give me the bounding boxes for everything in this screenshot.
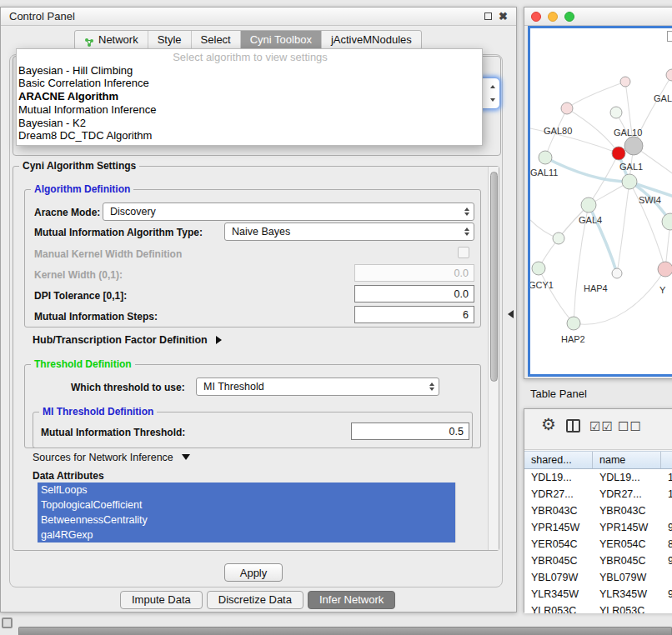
- dropdown-item-basic-correlation-inference[interactable]: Basic Correlation Inference: [17, 77, 482, 90]
- network-node-hap4[interactable]: [612, 268, 622, 278]
- show-columns-icon[interactable]: [566, 419, 580, 432]
- apply-button[interactable]: Apply: [224, 563, 283, 582]
- control-panel-titlebar[interactable]: Control Panel ✖: [1, 8, 516, 26]
- tab-label: Select: [201, 31, 231, 49]
- attribute-item-betweennesscentrality[interactable]: BetweennessCentrality: [38, 512, 455, 528]
- desktop: Control Panel ✖ NetworkStyleSelectCyni T…: [0, 0, 672, 635]
- network-node-gal[interactable]: [666, 69, 672, 81]
- dropdown-item-bayesian-k2[interactable]: Bayesian - K2: [17, 117, 482, 130]
- attributes-scrollbar[interactable]: [455, 482, 464, 542]
- dropdown-item-dream8-dc-tdc-algorithm[interactable]: Dream8 DC_TDC Algorithm: [17, 129, 482, 142]
- column-header-shared[interactable]: shared...: [524, 452, 593, 468]
- table-panel-window: ⚙ ☑☑ ☐☐ shared...name YDL19...YDL19...13…: [524, 408, 672, 612]
- minimize-traffic-icon[interactable]: [548, 12, 558, 22]
- mi-steps-field[interactable]: 6: [354, 306, 474, 323]
- mi-steps-label: Mutual Information Steps:: [34, 311, 158, 322]
- table-row[interactable]: YDR27...YDR27...12: [524, 486, 672, 502]
- table-cell: YER054C: [524, 536, 593, 552]
- panel-collapse-arrow[interactable]: [508, 310, 514, 318]
- minimized-window-icon[interactable]: [2, 618, 13, 628]
- deselect-all-icon[interactable]: ☐☐: [618, 420, 642, 432]
- network-node[interactable]: [610, 107, 622, 118]
- hub-definition-toggle[interactable]: Hub/Transcription Factor Definition: [33, 334, 222, 346]
- table-row[interactable]: YBR045CYBR045C9.: [524, 552, 672, 569]
- attribute-item-gal4rgexp[interactable]: gal4RGexp: [38, 528, 455, 542]
- dropdown-placeholder: Select algorithm to view settings: [17, 51, 482, 64]
- attribute-item-topologicalcoefficient[interactable]: TopologicalCoefficient: [38, 498, 455, 512]
- dropdown-item-mutual-information-inference[interactable]: Mutual Information Inference: [17, 103, 482, 117]
- tab-network[interactable]: Network: [75, 31, 148, 49]
- column-header-name[interactable]: name: [593, 452, 661, 468]
- network-node[interactable]: [612, 147, 625, 160]
- table-row[interactable]: YBR043CYBR043C: [524, 502, 672, 519]
- sources-toggle[interactable]: Sources for Network Inference: [33, 452, 190, 463]
- network-node-gal1[interactable]: [622, 174, 637, 189]
- attribute-item-selfloops[interactable]: SelfLoops: [38, 482, 455, 498]
- table-cell: 9.: [661, 519, 672, 536]
- table-cell: YBL079W: [593, 569, 661, 586]
- network-node[interactable]: [553, 232, 564, 244]
- column-header-col2[interactable]: [661, 452, 672, 468]
- table-row[interactable]: YPR145WYPR145W9.: [524, 519, 672, 536]
- network-node-hap2[interactable]: [567, 317, 580, 330]
- table-cell: 12: [661, 486, 672, 502]
- scrollbar-thumb[interactable]: [490, 172, 498, 382]
- tab-style[interactable]: Style: [148, 31, 192, 49]
- table-body: YDL19...YDL19...13YDR27...YDR27...12YBR0…: [524, 469, 672, 613]
- mi-threshold-field[interactable]: 0.5: [351, 422, 469, 440]
- tab-cyni-toolbox[interactable]: Cyni Toolbox: [241, 31, 322, 49]
- table-cell: YLR053C: [593, 602, 661, 613]
- table-row[interactable]: YLR345WYLR345W9.: [524, 586, 672, 602]
- combo-arrows-icon: [424, 378, 439, 395]
- network-node-gal11[interactable]: [539, 151, 552, 164]
- network-node[interactable]: [620, 77, 630, 87]
- network-node-swi4[interactable]: [662, 213, 672, 230]
- bottom-tab-impute-data[interactable]: Impute Data: [120, 591, 203, 609]
- expanded-arrow-icon: [182, 454, 190, 460]
- bottom-tab-infer-network[interactable]: Infer Network: [308, 591, 395, 609]
- tab-label: Network: [98, 31, 138, 49]
- which-threshold-combo[interactable]: MI Threshold: [196, 378, 439, 396]
- network-node[interactable]: [658, 262, 672, 277]
- network-window-titlebar[interactable]: [524, 8, 672, 26]
- table-settings-gear-icon[interactable]: ⚙: [541, 416, 556, 432]
- table-cell: YBR045C: [524, 552, 593, 569]
- table-row[interactable]: YBL079WYBL079W: [524, 569, 672, 586]
- network-icon: [84, 35, 94, 45]
- dropdown-item-bayesian-hill-climbing[interactable]: Bayesian - Hill Climbing: [17, 64, 482, 78]
- close-window-icon[interactable]: ✖: [499, 10, 508, 22]
- network-node-gal80[interactable]: [561, 102, 573, 114]
- control-panel-window: Control Panel ✖ NetworkStyleSelectCyni T…: [0, 7, 517, 612]
- network-canvas[interactable]: GALGAL80GAL10GAL11GAL1SWI4GAL4GCY1HAP4YH…: [528, 26, 672, 377]
- tab-label: Cyni Toolbox: [250, 31, 312, 49]
- network-node-gal4[interactable]: [581, 198, 596, 212]
- float-window-icon[interactable]: [484, 12, 492, 20]
- birdseye-toggle[interactable]: [667, 31, 672, 42]
- bottom-tab-discretize-data[interactable]: Discretize Data: [207, 591, 303, 609]
- manual-kernel-checkbox[interactable]: [458, 247, 469, 258]
- node-label-swi4: SWI4: [639, 195, 661, 205]
- dpi-tolerance-field[interactable]: 0.0: [354, 285, 474, 302]
- mi-type-combo[interactable]: Naive Bayes: [224, 222, 474, 241]
- aracne-mode-combo[interactable]: Discovery: [103, 202, 474, 221]
- table-cell: 13: [661, 469, 672, 486]
- dpi-tolerance-value: 0.0: [454, 288, 469, 300]
- select-all-icon[interactable]: ☑☑: [589, 420, 614, 432]
- kernel-width-field[interactable]: 0.0: [354, 264, 474, 282]
- table-row[interactable]: YER054CYER054C8.: [524, 536, 672, 552]
- close-traffic-icon[interactable]: [531, 12, 541, 22]
- network-node-gal10[interactable]: [624, 137, 643, 155]
- table-cell: [661, 502, 672, 519]
- dropdown-item-aracne-algorithm[interactable]: ARACNE Algorithm: [17, 90, 482, 103]
- tab-select[interactable]: Select: [192, 31, 241, 49]
- table-row[interactable]: YDL19...YDL19...13: [524, 469, 672, 486]
- node-label-gal10: GAL10: [614, 128, 642, 138]
- mi-steps-value: 6: [463, 309, 469, 321]
- settings-scrollbar[interactable]: [488, 167, 499, 550]
- table-row[interactable]: YLR053CYLR053C: [524, 602, 672, 613]
- table-cell: YBR045C: [593, 552, 661, 569]
- zoom-traffic-icon[interactable]: [564, 12, 574, 22]
- network-node-gcy1[interactable]: [532, 262, 545, 275]
- table-cell: YLR345W: [524, 586, 593, 602]
- tab-jactivemnodules[interactable]: jActiveMNodules: [322, 31, 421, 49]
